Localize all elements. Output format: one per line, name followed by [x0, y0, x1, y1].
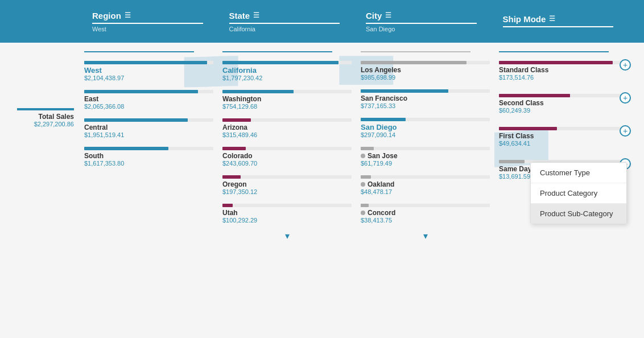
- region-column: West $2,104,438.97 East $2,065,366.08 Ce…: [80, 51, 218, 329]
- plus-btn-0[interactable]: +: [620, 59, 631, 71]
- city-dot-5: [361, 211, 365, 215]
- city-value-0: $985,698.99: [361, 74, 490, 81]
- city-value-3: $61,719.49: [361, 160, 490, 167]
- city-value-1: $737,165.33: [361, 102, 490, 109]
- state-column: California $1,797,230.42 Washington $754…: [218, 51, 356, 329]
- state-name-2: Arizona: [222, 123, 247, 131]
- city-item-0[interactable]: Los Angeles $985,698.99: [361, 59, 490, 81]
- city-dot-4: [361, 182, 365, 187]
- region-name-2: Central: [84, 123, 108, 131]
- dropdown-item-0[interactable]: Customer Type: [531, 163, 626, 183]
- dropdown-item-2[interactable]: Product Sub-Category: [531, 204, 626, 224]
- shipmode-name-2: First Class: [499, 132, 534, 140]
- region-name-1: East: [84, 95, 98, 103]
- shipmode-name-0: Standard Class: [499, 66, 548, 74]
- state-item-0[interactable]: California $1,797,230.42: [222, 59, 352, 81]
- state-name-3: Colorado: [222, 152, 253, 160]
- city-item-5[interactable]: Concord $38,413.75: [361, 202, 490, 224]
- dropdown-item-label-1: Product Category: [540, 189, 597, 197]
- city-item-3[interactable]: San Jose $61,719.49: [361, 145, 490, 167]
- state-menu-icon[interactable]: ☰: [253, 11, 259, 19]
- region-value-0: $2,104,438.97: [84, 75, 213, 81]
- state-name-1: Washington: [222, 95, 261, 103]
- state-value-3: $243,609.70: [222, 160, 352, 167]
- state-item-5[interactable]: Utah $100,292.29: [222, 202, 352, 224]
- shipmode-value-0: $173,514.76: [499, 74, 628, 81]
- shipmode-value-2: $49,634.41: [499, 140, 628, 147]
- header-state: State ☰ California: [222, 5, 360, 38]
- total-sales-value: $2,297,200.86: [34, 121, 74, 127]
- state-name-5: Utah: [222, 209, 238, 217]
- state-value-0: $1,797,230.42: [222, 75, 352, 81]
- shipmode-value-1: $60,249.39: [499, 107, 628, 114]
- city-menu-icon[interactable]: ☰: [385, 11, 391, 19]
- city-header-subtitle: San Diego: [366, 26, 489, 32]
- state-item-4[interactable]: Oregon $197,350.12: [222, 174, 352, 195]
- shipmode-item-2[interactable]: First Class $49,634.41 +: [499, 125, 628, 147]
- header-bar: Region ☰ West State ☰ California City ☰ …: [0, 0, 644, 43]
- plus-btn-2[interactable]: +: [620, 125, 631, 137]
- region-item-0[interactable]: West $2,104,438.97: [84, 59, 213, 81]
- state-item-1[interactable]: Washington $754,129.68: [222, 88, 352, 110]
- city-dot-3: [361, 154, 365, 158]
- city-value-4: $48,478.17: [361, 188, 490, 195]
- total-sales-label: Total Sales: [39, 113, 74, 121]
- dropdown-item-label-2: Product Sub-Category: [540, 209, 613, 218]
- region-menu-icon[interactable]: ☰: [125, 11, 131, 19]
- city-name-4: Oakland: [368, 180, 394, 188]
- city-value-2: $297,090.14: [361, 131, 490, 138]
- shipmode-name-3: Same Day: [499, 165, 531, 173]
- state-name-0: California: [222, 66, 257, 75]
- city-name-5: Concord: [368, 209, 395, 217]
- region-name-3: South: [84, 152, 104, 160]
- city-column: Los Angeles $985,698.99 San Francisco $7…: [356, 51, 494, 329]
- plus-btn-1[interactable]: +: [620, 92, 631, 104]
- city-item-2[interactable]: San Diego $297,090.14: [361, 116, 490, 138]
- region-item-2[interactable]: Central $1,951,519.41: [84, 117, 213, 138]
- shipmode-name-1: Second Class: [499, 99, 544, 107]
- region-header-title: Region: [92, 11, 121, 20]
- city-item-4[interactable]: Oakland $48,478.17: [361, 174, 490, 195]
- city-name-2: San Diego: [361, 123, 397, 131]
- header-shipmode: Ship Mode ☰: [496, 9, 633, 35]
- state-header-title: State: [229, 11, 250, 20]
- city-header-title: City: [366, 11, 382, 20]
- main-content: Total Sales $2,297,200.86 West $2,104,: [0, 43, 644, 338]
- state-value-4: $197,350.12: [222, 188, 352, 195]
- region-item-3[interactable]: South $1,617,353.80: [84, 145, 213, 167]
- total-bar: [17, 108, 74, 110]
- city-name-1: San Francisco: [361, 94, 407, 102]
- state-value-1: $754,129.68: [222, 103, 352, 110]
- header-region: Region ☰ West: [85, 5, 222, 38]
- state-down-arrow[interactable]: ▾: [222, 230, 352, 241]
- city-value-5: $38,413.75: [361, 217, 490, 224]
- city-item-1[interactable]: San Francisco $737,165.33: [361, 88, 490, 109]
- state-value-5: $100,292.29: [222, 217, 352, 224]
- region-header-subtitle: West: [92, 26, 216, 32]
- state-item-3[interactable]: Colorado $243,609.70: [222, 145, 352, 167]
- region-value-1: $2,065,366.08: [84, 103, 213, 110]
- region-item-1[interactable]: East $2,065,366.08: [84, 88, 213, 110]
- city-name-0: Los Angeles: [361, 66, 401, 74]
- dropdown-item-1[interactable]: Product Category: [531, 183, 626, 204]
- shipmode-item-0[interactable]: Standard Class $173,514.76 +: [499, 59, 628, 81]
- city-down-arrow[interactable]: ▾: [361, 230, 490, 241]
- shipmode-item-1[interactable]: Second Class $60,249.39 +: [499, 92, 628, 114]
- region-name-0: West: [84, 66, 102, 75]
- shipmode-menu-icon[interactable]: ☰: [549, 15, 555, 23]
- region-value-3: $1,617,353.80: [84, 160, 213, 167]
- state-value-2: $315,489.46: [222, 131, 352, 138]
- dropdown-item-label-0: Customer Type: [540, 168, 590, 177]
- shipmode-header-title: Ship Mode: [503, 14, 546, 24]
- total-sales-col: Total Sales $2,297,200.86: [11, 51, 80, 329]
- state-header-subtitle: California: [229, 26, 353, 32]
- city-name-3: San Jose: [368, 152, 398, 160]
- dropdown-menu: Customer Type Product Category Product S…: [530, 162, 627, 224]
- state-item-2[interactable]: Arizona $315,489.46: [222, 117, 352, 138]
- region-value-2: $1,951,519.41: [84, 131, 213, 138]
- header-city: City ☰ San Diego: [359, 5, 496, 38]
- state-name-4: Oregon: [222, 180, 247, 188]
